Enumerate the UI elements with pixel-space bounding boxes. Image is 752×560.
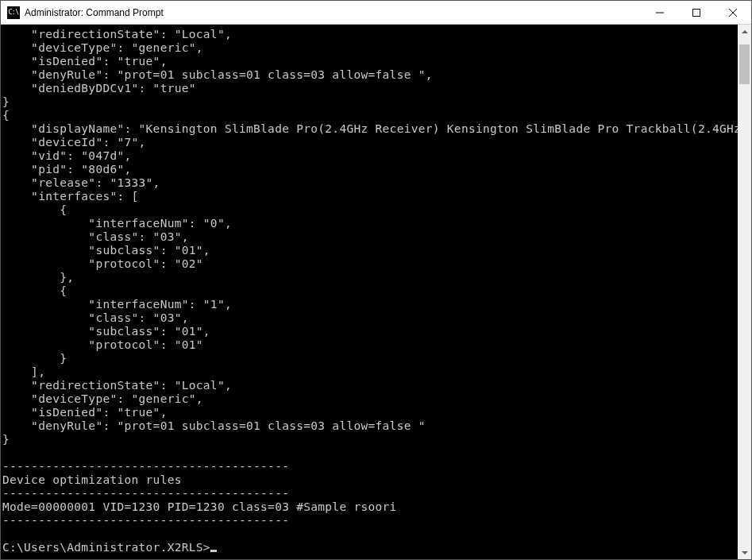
scroll-thumb[interactable] (739, 44, 750, 84)
terminal-line: "denyRule": "prot=01 subclass=01 class=0… (2, 419, 736, 433)
svg-marker-5 (742, 551, 748, 554)
prompt-line[interactable]: C:\Users\Administrator.X2RLS> (2, 541, 736, 554)
terminal-line: "redirectionState": "Local", (2, 379, 736, 392)
terminal-line: "isDenied": "true", (2, 55, 736, 68)
terminal-line: ---------------------------------------- (2, 487, 736, 500)
terminal-line: "interfaceNum": "0", (2, 217, 736, 230)
terminal-line: }, (2, 271, 736, 284)
terminal-line: "isDenied": "true", (2, 406, 736, 419)
terminal-line: ], (2, 365, 736, 379)
maximize-button[interactable] (678, 1, 715, 25)
terminal-line (2, 446, 736, 460)
terminal-line: "release": "1333", (2, 176, 736, 190)
svg-marker-4 (742, 30, 748, 33)
terminal-line: "subclass": "01", (2, 244, 736, 257)
terminal-line: "protocol": "02" (2, 257, 736, 271)
terminal-line: { (2, 109, 736, 122)
terminal-line: "class": "03", (2, 311, 736, 325)
terminal-line: "class": "03", (2, 230, 736, 244)
terminal-line: "subclass": "01", (2, 325, 736, 338)
terminal-line: "deviceId": "7", (2, 136, 736, 149)
terminal-line: "redirectionState": "Local", (2, 28, 736, 41)
terminal-line: { (2, 284, 736, 298)
svg-rect-1 (693, 9, 700, 16)
scroll-up-button[interactable] (738, 25, 751, 38)
maximize-icon (692, 9, 700, 17)
terminal-line: } (2, 433, 736, 446)
terminal-line: "pid": "80d6", (2, 163, 736, 176)
terminal-line: "deviceType": "generic", (2, 41, 736, 55)
chevron-up-icon (742, 30, 748, 33)
terminal-line: "interfaceNum": "1", (2, 298, 736, 311)
client-area: "redirectionState": "Local", "deviceType… (1, 25, 751, 559)
terminal-line: "deviceType": "generic", (2, 392, 736, 406)
minimize-icon (656, 9, 664, 17)
prompt-text: C:\Users\Administrator.X2RLS> (2, 541, 210, 554)
terminal-line: ---------------------------------------- (2, 514, 736, 527)
cmd-icon: C:\ (7, 6, 20, 19)
scroll-down-button[interactable] (738, 546, 751, 559)
terminal-line: } (2, 95, 736, 109)
chevron-down-icon (742, 551, 748, 554)
close-button[interactable] (715, 1, 751, 25)
minimize-button[interactable] (642, 1, 678, 25)
terminal-line: "denyRule": "prot=01 subclass=01 class=0… (2, 68, 736, 82)
terminal-line: Device optimization rules (2, 473, 736, 487)
cursor (210, 550, 217, 552)
terminal-line: "displayName": "Kensington SlimBlade Pro… (2, 122, 736, 136)
terminal-line: "vid": "047d", (2, 149, 736, 163)
terminal-line (2, 527, 736, 541)
terminal-line: "interfaces": [ (2, 190, 736, 203)
terminal-output[interactable]: "redirectionState": "Local", "deviceType… (1, 25, 738, 559)
vertical-scrollbar[interactable] (738, 25, 751, 559)
terminal-line: "deniedByDDCv1": "true" (2, 82, 736, 95)
window-title: Administrator: Command Prompt (25, 7, 164, 18)
close-icon (729, 9, 737, 17)
terminal-line: ---------------------------------------- (2, 460, 736, 473)
titlebar: C:\ Administrator: Command Prompt (1, 1, 751, 25)
terminal-line: Mode=00000001 VID=1230 PID=1230 class=03… (2, 500, 736, 514)
terminal-line: } (2, 352, 736, 365)
terminal-line: { (2, 203, 736, 217)
terminal-line: "protocol": "01" (2, 338, 736, 352)
